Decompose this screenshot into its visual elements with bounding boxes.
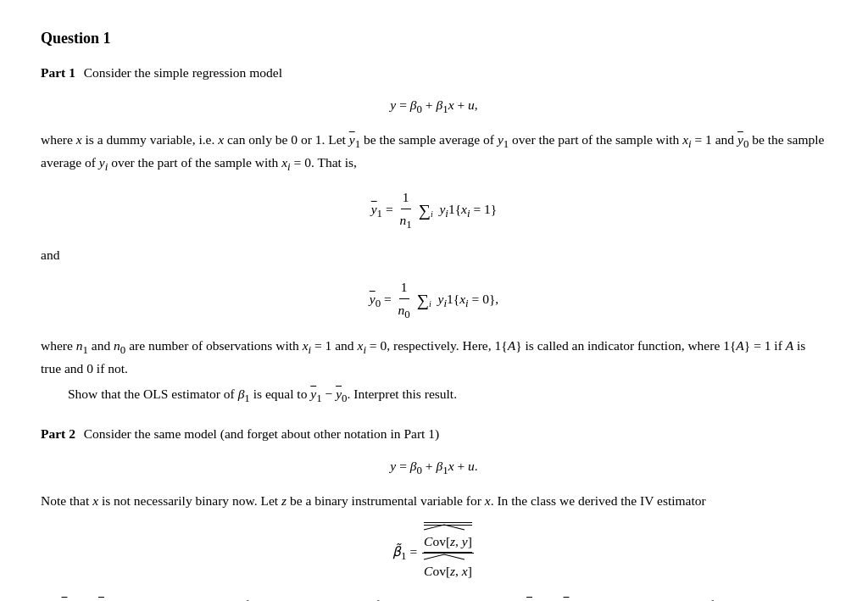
equation-1: y = β0 + β1x + u, (41, 95, 827, 118)
part1-section: Part 1 Consider the simple regression mo… (41, 63, 827, 407)
part2-text2: Let y0 and x0 be the sample averages of … (41, 595, 827, 601)
part2-text1: Note that x is not necessarily binary no… (41, 491, 827, 511)
equation-3: y0 = 1 n0 ∑i yi1{xi = 0}, (41, 277, 827, 323)
part2-intro-text: Consider the same model (and forget abou… (84, 426, 439, 441)
part1-text1: where x is a dummy variable, i.e. x can … (41, 130, 827, 175)
part1-text2: where n1 and n0 are number of observatio… (41, 336, 827, 379)
part2-section: Part 2 Consider the same model (and forg… (41, 424, 827, 601)
equation-5: β̃1 = x Cov[z, y] Cov[z, x] (41, 525, 827, 582)
part2-intro: Part 2 Consider the same model (and forg… (41, 424, 827, 444)
equation-2: y1 = 1 n1 ∑i yi1{xi = 1} (41, 187, 827, 233)
page-title: Question 1 (41, 27, 827, 51)
part1-intro-text: Consider the simple regression model (84, 65, 282, 80)
part1-show: Show that the OLS estimator of β1 is equ… (41, 384, 827, 407)
equation-4: y = β0 + β1x + u. (41, 456, 827, 479)
and-text: and (41, 245, 827, 265)
part2-label: Part 2 (41, 426, 75, 441)
part1-label: Part 1 (41, 65, 75, 80)
part1-intro: Part 1 Consider the simple regression mo… (41, 63, 827, 83)
